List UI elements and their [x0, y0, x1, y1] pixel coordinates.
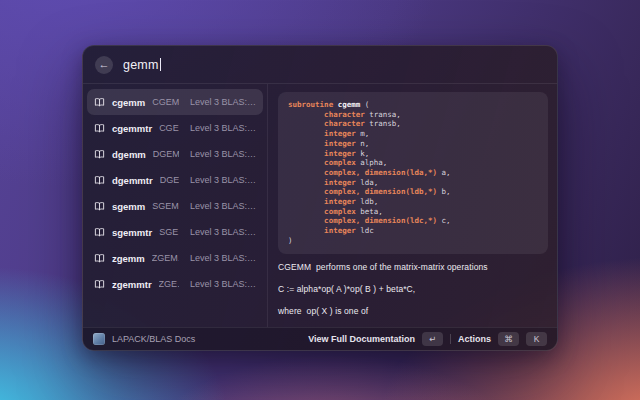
description-text: CGEMM performs one of the matrix-matrix …	[278, 262, 548, 327]
result-subtitle: ZGEM…	[152, 253, 179, 263]
result-accessory: Level 3 BLAS:…	[186, 123, 256, 133]
back-button[interactable]: ←	[95, 56, 113, 74]
command-key-icon: ⌘	[498, 332, 519, 346]
book-icon	[94, 123, 105, 134]
code-line: integer m,	[288, 129, 538, 139]
code-line: integer lda,	[288, 178, 538, 188]
result-name: cgemm	[112, 97, 145, 108]
result-name: cgemmtr	[112, 123, 152, 134]
book-icon	[94, 279, 105, 290]
result-accessory: Level 3 BLAS:…	[186, 175, 256, 185]
result-subtitle: CGE…	[159, 123, 179, 133]
code-line: complex beta,	[288, 207, 538, 217]
return-key-icon: ↵	[422, 332, 443, 346]
list-item[interactable]: sgemm SGEM… Level 3 BLAS:…	[87, 193, 263, 219]
search-input[interactable]: gemm	[123, 58, 161, 72]
code-line: integer n,	[288, 139, 538, 149]
result-accessory: Level 3 BLAS:…	[186, 97, 256, 107]
code-line: integer ldb,	[288, 197, 538, 207]
list-item[interactable]: zgemm ZGEM… Level 3 BLAS:…	[87, 245, 263, 271]
code-block: subroutine cgemm ( character transa, cha…	[278, 92, 548, 254]
book-icon	[94, 253, 105, 264]
result-name: sgemm	[112, 201, 145, 212]
result-subtitle: DGE…	[160, 175, 179, 185]
extension-icon	[93, 333, 105, 345]
result-name: dgemmtr	[112, 175, 153, 186]
launcher-window: ← gemm cgemm CGEM… Level 3 BLAS:… cgemmt…	[82, 45, 558, 351]
code-line: subroutine cgemm (	[288, 100, 538, 110]
result-accessory: Level 3 BLAS:…	[186, 253, 256, 263]
code-line: )	[288, 236, 538, 246]
back-arrow-icon: ←	[99, 59, 110, 70]
code-line: integer ldc	[288, 226, 538, 236]
result-name: zgemm	[112, 253, 145, 264]
book-icon	[94, 97, 105, 108]
book-icon	[94, 149, 105, 160]
k-key-icon: K	[526, 332, 547, 346]
description-line: where op( X ) is one of	[278, 306, 548, 316]
search-bar: ← gemm	[83, 46, 557, 84]
footer-actions: View Full Documentation ↵ Actions ⌘ K	[308, 332, 547, 346]
book-icon	[94, 227, 105, 238]
detail-panel[interactable]: subroutine cgemm ( character transa, cha…	[268, 84, 557, 327]
extension-name: LAPACK/BLAS Docs	[112, 334, 195, 344]
code-line: integer k,	[288, 149, 538, 159]
book-icon	[94, 175, 105, 186]
result-subtitle: CGEM…	[152, 97, 179, 107]
code-line: complex, dimension(ldc,*) c,	[288, 216, 538, 226]
result-accessory: Level 3 BLAS:…	[186, 201, 256, 211]
list-item[interactable]: dgemm DGEM… Level 3 BLAS:…	[87, 141, 263, 167]
list-item[interactable]: cgemm CGEM… Level 3 BLAS:…	[87, 89, 263, 115]
result-list[interactable]: cgemm CGEM… Level 3 BLAS:… cgemmtr CGE… …	[83, 84, 268, 327]
code-line: character transb,	[288, 119, 538, 129]
footer-bar: LAPACK/BLAS Docs View Full Documentation…	[83, 327, 557, 350]
result-name: dgemm	[112, 149, 146, 160]
result-subtitle: SGEM…	[152, 201, 179, 211]
list-item[interactable]: dgemmtr DGE… Level 3 BLAS:…	[87, 167, 263, 193]
code-line: complex, dimension(ldb,*) b,	[288, 187, 538, 197]
view-full-documentation-button[interactable]: View Full Documentation	[308, 334, 415, 344]
actions-button[interactable]: Actions	[458, 334, 491, 344]
footer-divider	[450, 334, 451, 344]
result-subtitle: DGEM…	[153, 149, 179, 159]
search-query-text: gemm	[123, 58, 159, 72]
window-body: cgemm CGEM… Level 3 BLAS:… cgemmtr CGE… …	[83, 84, 557, 327]
text-caret	[160, 58, 162, 71]
result-accessory: Level 3 BLAS:…	[186, 149, 256, 159]
description-line: CGEMM performs one of the matrix-matrix …	[278, 262, 548, 272]
code-line: character transa,	[288, 110, 538, 120]
result-subtitle: SGE…	[159, 227, 179, 237]
result-accessory: Level 3 BLAS:…	[186, 279, 256, 289]
list-item[interactable]: zgemmtr ZGE… Level 3 BLAS:…	[87, 271, 263, 297]
code-line: complex, dimension(lda,*) a,	[288, 168, 538, 178]
list-item[interactable]: sgemmtr SGE… Level 3 BLAS:…	[87, 219, 263, 245]
result-accessory: Level 3 BLAS:…	[186, 227, 256, 237]
list-item[interactable]: cgemmtr CGE… Level 3 BLAS:…	[87, 115, 263, 141]
result-name: zgemmtr	[112, 279, 152, 290]
result-subtitle: ZGE…	[159, 279, 179, 289]
code-line: complex alpha,	[288, 158, 538, 168]
description-line: C := alpha*op( A )*op( B ) + beta*C,	[278, 284, 548, 294]
book-icon	[94, 201, 105, 212]
result-name: sgemmtr	[112, 227, 152, 238]
